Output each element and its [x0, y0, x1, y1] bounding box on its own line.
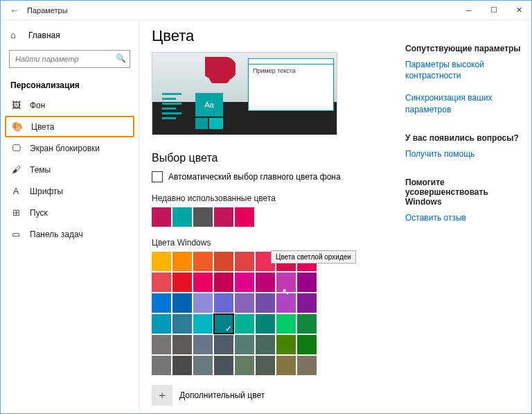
- color-preview: Aa Пример текста: [152, 52, 337, 135]
- palette-color-swatch[interactable]: [235, 356, 254, 375]
- palette-color-swatch[interactable]: [193, 335, 213, 354]
- windows-colors-head: Цвета Windows: [152, 238, 389, 248]
- palette-color-swatch[interactable]: [214, 356, 233, 375]
- search-icon: 🔍: [116, 53, 126, 63]
- nav-item-colors[interactable]: 🎨Цвета: [5, 116, 134, 137]
- palette-color-swatch[interactable]: [276, 314, 296, 334]
- preview-window-text: Пример текста: [249, 64, 333, 77]
- palette-color-swatch[interactable]: [214, 252, 233, 271]
- palette-color-swatch[interactable]: [214, 273, 233, 292]
- preview-tile-small-2: [209, 118, 223, 129]
- link-feedback[interactable]: Оставить отзыв: [405, 212, 522, 223]
- palette-color-swatch[interactable]: [152, 273, 171, 292]
- palette-color-swatch[interactable]: [235, 335, 254, 354]
- right-panel: Сопутствующие параметры Параметры высоко…: [401, 20, 531, 413]
- palette-color-swatch[interactable]: [214, 293, 233, 313]
- recent-colors-head: Недавно использованные цвета: [152, 193, 389, 203]
- start-icon: ⊞: [10, 207, 21, 218]
- preview-tile-small-1: [195, 118, 208, 129]
- home-icon: ⌂: [10, 30, 21, 40]
- search-input[interactable]: [9, 50, 130, 68]
- link-high-contrast[interactable]: Параметры высокой контрастности: [405, 59, 522, 81]
- home-label: Главная: [28, 31, 60, 40]
- palette-color-swatch[interactable]: [297, 293, 317, 313]
- recent-color-swatch[interactable]: [152, 207, 171, 227]
- nav-item-lockscreen[interactable]: 🖵Экран блокировки: [1, 137, 139, 159]
- recent-color-swatch[interactable]: [172, 207, 192, 227]
- recent-color-swatch[interactable]: [235, 207, 254, 227]
- palette-color-swatch[interactable]: [256, 293, 275, 313]
- palette-color-swatch[interactable]: [276, 293, 296, 313]
- preview-start: Aa: [157, 80, 240, 130]
- palette-color-swatch[interactable]: [193, 293, 213, 313]
- nav-item-fonts[interactable]: AШрифты: [1, 180, 139, 202]
- content: Цвета Aa Пример текста Выбор ц: [139, 20, 401, 413]
- search-box: 🔍: [9, 50, 130, 68]
- palette-color-swatch[interactable]: [256, 356, 275, 375]
- custom-color-button[interactable]: ＋ Дополнительный цвет: [152, 385, 389, 406]
- picture-icon: 🖼: [10, 100, 21, 110]
- palette-color-swatch[interactable]: [152, 293, 171, 313]
- palette-color-swatch[interactable]: [235, 252, 254, 271]
- palette-color-swatch[interactable]: [152, 252, 171, 271]
- main-area: Цвета Aa Пример текста Выбор ц: [139, 20, 531, 413]
- maximize-button[interactable]: ☐: [481, 1, 506, 20]
- back-button[interactable]: ←: [6, 2, 23, 19]
- recent-color-swatch[interactable]: [193, 207, 213, 227]
- palette-color-swatch[interactable]: [172, 252, 192, 271]
- nav-item-background[interactable]: 🖼Фон: [1, 94, 139, 116]
- preview-flowers: [205, 57, 236, 83]
- palette-color-swatch[interactable]: [172, 335, 192, 354]
- palette-color-swatch[interactable]: [193, 273, 213, 292]
- palette-color-swatch[interactable]: [193, 356, 213, 375]
- palette-color-swatch[interactable]: [276, 335, 296, 354]
- palette-color-swatch[interactable]: [297, 356, 317, 375]
- palette-color-swatch[interactable]: [256, 335, 275, 354]
- section-choose-color: Выбор цвета: [152, 152, 389, 164]
- window-controls: ─ ☐ ✕: [456, 1, 531, 20]
- nav-list: 🖼Фон 🎨Цвета 🖵Экран блокировки 🖌Темы AШри…: [1, 94, 139, 245]
- palette-color-swatch[interactable]: [172, 293, 192, 313]
- nav-item-taskbar[interactable]: ▭Панель задач: [1, 223, 139, 245]
- link-get-help[interactable]: Получить помощь: [405, 148, 522, 159]
- palette-color-swatch[interactable]: [214, 314, 233, 334]
- nav-item-themes[interactable]: 🖌Темы: [1, 159, 139, 180]
- palette-color-swatch[interactable]: [276, 356, 296, 375]
- nav-group-header: Персонализация: [1, 74, 139, 94]
- palette-color-swatch[interactable]: [172, 356, 192, 375]
- recent-color-swatch[interactable]: [214, 207, 233, 227]
- palette-color-swatch[interactable]: [152, 335, 171, 354]
- auto-pick-label: Автоматический выбор главного цвета фона: [168, 172, 341, 182]
- palette-color-swatch[interactable]: [235, 314, 254, 334]
- palette-color-swatch[interactable]: [235, 273, 254, 292]
- recent-colors: [152, 207, 389, 227]
- related-heading: Сопутствующие параметры: [405, 44, 522, 53]
- close-button[interactable]: ✕: [506, 1, 531, 20]
- auto-pick-checkbox[interactable]: Автоматический выбор главного цвета фона: [152, 171, 389, 182]
- palette-color-swatch[interactable]: [235, 293, 254, 313]
- palette-color-swatch[interactable]: [193, 252, 213, 271]
- link-sync-settings[interactable]: Синхронизация ваших параметров: [405, 92, 522, 114]
- palette-color-swatch[interactable]: [172, 314, 192, 334]
- window-body: ⌂ Главная 🔍 Персонализация 🖼Фон 🎨Цвета 🖵…: [1, 20, 531, 413]
- palette-color-swatch[interactable]: [297, 335, 317, 354]
- palette-color-swatch[interactable]: [152, 314, 171, 334]
- custom-color-label: Дополнительный цвет: [179, 390, 265, 400]
- palette-color-swatch[interactable]: [172, 273, 192, 292]
- palette-color-swatch[interactable]: [297, 314, 317, 334]
- preview-window: Пример текста: [248, 58, 334, 111]
- sidebar: ⌂ Главная 🔍 Персонализация 🖼Фон 🎨Цвета 🖵…: [1, 20, 139, 413]
- palette-color-swatch[interactable]: [276, 273, 296, 292]
- minimize-button[interactable]: ─: [456, 1, 481, 20]
- palette-color-swatch[interactable]: [214, 335, 233, 354]
- palette-color-swatch[interactable]: [152, 356, 171, 375]
- palette-color-swatch[interactable]: [256, 273, 275, 292]
- palette-icon: 🎨: [12, 121, 23, 132]
- theme-icon: 🖌: [10, 164, 21, 175]
- home-link[interactable]: ⌂ Главная: [1, 26, 139, 44]
- palette-color-swatch[interactable]: [297, 273, 317, 292]
- plus-icon: ＋: [152, 385, 172, 406]
- palette-color-swatch[interactable]: [193, 314, 213, 334]
- nav-item-start[interactable]: ⊞Пуск: [1, 202, 139, 223]
- palette-color-swatch[interactable]: [256, 314, 275, 334]
